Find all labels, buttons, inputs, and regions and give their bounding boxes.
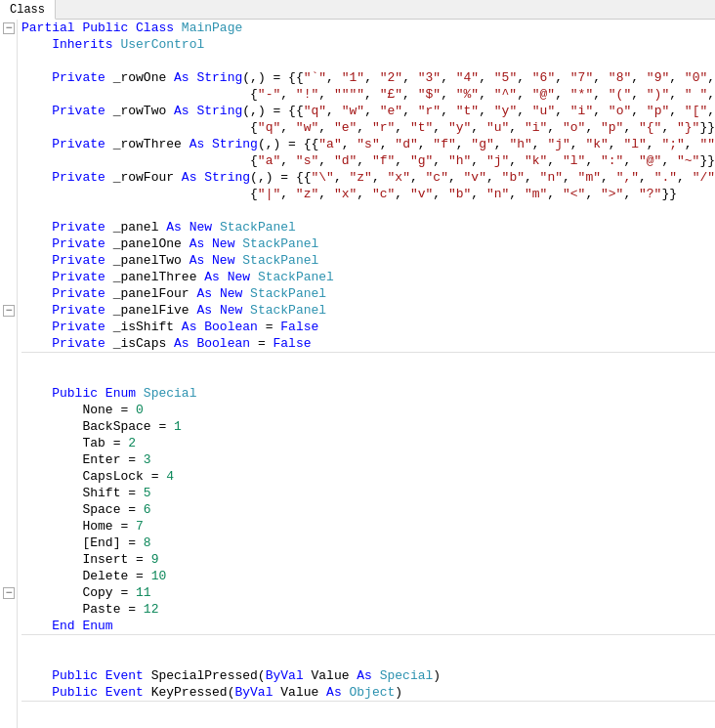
code-line-9: { "a" , "s" , "d" , "f" , "g" , "h" , "j… xyxy=(21,152,715,169)
indent-7: { xyxy=(21,119,258,136)
c9-7: , xyxy=(509,152,525,169)
c6-2: , xyxy=(364,103,380,119)
gutter-7 xyxy=(0,119,18,136)
close-paren-38: ) xyxy=(395,684,402,701)
cn-stackpanel-2: StackPanel xyxy=(242,236,318,252)
gutter-31 xyxy=(0,518,18,535)
gutter-29 xyxy=(0,485,18,501)
c11-8: , xyxy=(547,186,563,202)
comma-r2-6: , xyxy=(479,86,494,103)
c7-4: , xyxy=(395,119,410,136)
code-line-16: Private _panelThree As New StackPanel xyxy=(21,269,715,285)
kw-end-enum: End Enum xyxy=(52,618,112,634)
str-1: "1" xyxy=(342,69,364,86)
str-q2: "q" xyxy=(258,119,280,136)
str-o: "o" xyxy=(609,103,631,119)
code-line-20: Private _isCaps As Boolean = False xyxy=(21,335,715,352)
indent-8 xyxy=(21,136,52,152)
gutter-27 xyxy=(0,451,18,468)
indent-18 xyxy=(21,302,52,319)
c6-6: , xyxy=(517,103,532,119)
str-r2: "r" xyxy=(372,119,395,136)
str-j2: "j" xyxy=(486,152,509,169)
c7-1: , xyxy=(280,119,296,136)
indent-10 xyxy=(21,169,52,186)
code-line-15: Private _panelTwo As New StackPanel xyxy=(21,252,715,269)
c6-1: , xyxy=(326,103,342,119)
indent-2 xyxy=(21,36,52,53)
comma-4: , xyxy=(441,69,456,86)
gutter-17 xyxy=(0,285,18,302)
str-c2: "c" xyxy=(372,186,395,202)
c6-3: , xyxy=(402,103,418,119)
gutter-24 xyxy=(0,402,18,418)
cn-usercontrol: UserControl xyxy=(120,36,204,53)
str-tilde: "`" xyxy=(304,69,326,86)
var-isshift: _isShift xyxy=(113,319,182,335)
comma-r2-11: , xyxy=(669,86,685,103)
indent-30 xyxy=(21,518,82,535)
kw-private-20: Private xyxy=(52,335,112,352)
c11-7: , xyxy=(509,186,525,202)
indent-36 xyxy=(21,618,52,634)
str-at: "@" xyxy=(639,152,661,169)
cn-special-37: Special xyxy=(380,667,434,684)
c7-2: , xyxy=(318,119,334,136)
code-line-28: Shift = 5 xyxy=(21,485,715,501)
kw-as-20: As xyxy=(174,335,196,352)
code-line-sep1 xyxy=(21,352,715,368)
str-r: "r" xyxy=(418,103,441,119)
code-line-22: Public Enum Special xyxy=(21,385,715,402)
kw-private-15: Private xyxy=(52,252,112,269)
enum-end: [End] = xyxy=(82,535,143,551)
cn-stackpanel-3: StackPanel xyxy=(242,252,318,269)
c10-9: , xyxy=(639,169,654,186)
kw-as-15: As xyxy=(189,252,212,269)
kw-byval-38: ByVal xyxy=(234,684,280,701)
str-t2: "t" xyxy=(410,119,433,136)
enum-tab: Tab = xyxy=(82,435,128,451)
str-6: "6" xyxy=(532,69,555,86)
kw-as-10: As xyxy=(182,169,204,186)
kw-enum-22: Enum xyxy=(105,385,144,402)
indent-13 xyxy=(21,219,52,236)
str-k: "k" xyxy=(585,136,608,152)
comma-r2-9: , xyxy=(593,86,609,103)
code-line-19: Private _isShift As Boolean = False xyxy=(21,319,715,335)
gutter xyxy=(0,20,18,728)
comma-11: , xyxy=(707,69,715,86)
str-g2: "g" xyxy=(410,152,433,169)
str-lt: "<" xyxy=(563,186,585,202)
gutter-12 xyxy=(0,202,18,219)
c8-5: , xyxy=(494,136,510,152)
tab-class[interactable]: Class xyxy=(0,0,56,20)
enum-copy: Copy = xyxy=(82,584,136,601)
collapse-marker-new[interactable] xyxy=(0,584,18,601)
gutter-21 xyxy=(0,352,18,368)
enum-enter: Enter = xyxy=(82,451,143,468)
gutter-40 xyxy=(0,667,18,684)
kw-public-1: Public xyxy=(82,20,136,36)
str-i: "i" xyxy=(570,103,593,119)
c10-6: , xyxy=(525,169,540,186)
indent-25 xyxy=(21,435,82,451)
c8-9: , xyxy=(647,136,662,152)
collapse-marker-enum[interactable] xyxy=(0,302,18,319)
str-pct: "%" xyxy=(456,86,479,103)
kw-private-6: Private xyxy=(52,103,112,119)
gutter-23 xyxy=(0,385,18,402)
c10-7: , xyxy=(563,169,578,186)
indent-23 xyxy=(21,402,82,418)
str-q: "q" xyxy=(304,103,326,119)
c11-1: , xyxy=(280,186,296,202)
var-rowfour: _rowFour xyxy=(113,169,182,186)
kw-new-16: New xyxy=(228,269,258,285)
gutter-32 xyxy=(0,535,18,551)
c9-9: , xyxy=(585,152,601,169)
str-o2: "o" xyxy=(563,119,585,136)
collapse-marker-1[interactable] xyxy=(0,20,18,36)
str-a2: "a" xyxy=(258,152,280,169)
c11-6: , xyxy=(471,186,486,202)
c10-3: , xyxy=(410,169,426,186)
cn-stackpanel-4: StackPanel xyxy=(258,269,334,285)
